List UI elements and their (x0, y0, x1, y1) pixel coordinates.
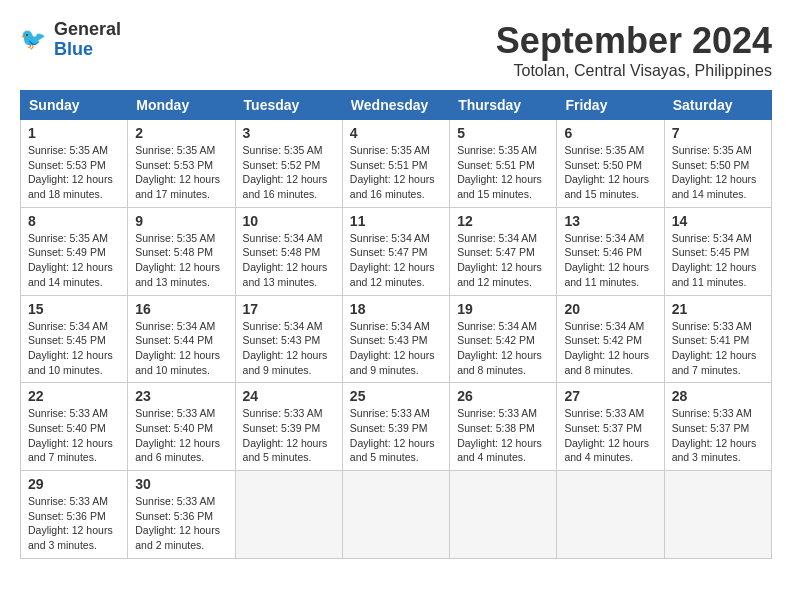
day-number: 6 (564, 125, 656, 141)
calendar-cell: 12Sunrise: 5:34 AM Sunset: 5:47 PM Dayli… (450, 207, 557, 295)
day-number: 9 (135, 213, 227, 229)
day-info: Sunrise: 5:35 AM Sunset: 5:51 PM Dayligh… (350, 143, 442, 202)
calendar-cell: 27Sunrise: 5:33 AM Sunset: 5:37 PM Dayli… (557, 383, 664, 471)
day-number: 27 (564, 388, 656, 404)
calendar-cell (664, 471, 771, 559)
col-header-thursday: Thursday (450, 91, 557, 120)
location-title: Totolan, Central Visayas, Philippines (496, 62, 772, 80)
day-number: 21 (672, 301, 764, 317)
calendar-cell: 28Sunrise: 5:33 AM Sunset: 5:37 PM Dayli… (664, 383, 771, 471)
day-number: 7 (672, 125, 764, 141)
day-info: Sunrise: 5:33 AM Sunset: 5:39 PM Dayligh… (350, 406, 442, 465)
day-number: 19 (457, 301, 549, 317)
calendar-cell: 20Sunrise: 5:34 AM Sunset: 5:42 PM Dayli… (557, 295, 664, 383)
calendar-cell (450, 471, 557, 559)
week-row-4: 29Sunrise: 5:33 AM Sunset: 5:36 PM Dayli… (21, 471, 772, 559)
day-info: Sunrise: 5:34 AM Sunset: 5:43 PM Dayligh… (243, 319, 335, 378)
day-number: 16 (135, 301, 227, 317)
day-info: Sunrise: 5:34 AM Sunset: 5:47 PM Dayligh… (457, 231, 549, 290)
calendar-cell: 23Sunrise: 5:33 AM Sunset: 5:40 PM Dayli… (128, 383, 235, 471)
col-header-friday: Friday (557, 91, 664, 120)
day-number: 3 (243, 125, 335, 141)
calendar-cell: 16Sunrise: 5:34 AM Sunset: 5:44 PM Dayli… (128, 295, 235, 383)
day-number: 20 (564, 301, 656, 317)
day-info: Sunrise: 5:35 AM Sunset: 5:49 PM Dayligh… (28, 231, 120, 290)
calendar-cell: 11Sunrise: 5:34 AM Sunset: 5:47 PM Dayli… (342, 207, 449, 295)
calendar-cell: 24Sunrise: 5:33 AM Sunset: 5:39 PM Dayli… (235, 383, 342, 471)
day-info: Sunrise: 5:35 AM Sunset: 5:50 PM Dayligh… (672, 143, 764, 202)
calendar-cell: 17Sunrise: 5:34 AM Sunset: 5:43 PM Dayli… (235, 295, 342, 383)
title-block: September 2024 Totolan, Central Visayas,… (496, 20, 772, 80)
day-info: Sunrise: 5:34 AM Sunset: 5:42 PM Dayligh… (564, 319, 656, 378)
calendar-table: SundayMondayTuesdayWednesdayThursdayFrid… (20, 90, 772, 559)
day-number: 17 (243, 301, 335, 317)
day-number: 15 (28, 301, 120, 317)
calendar-cell: 2Sunrise: 5:35 AM Sunset: 5:53 PM Daylig… (128, 120, 235, 208)
day-number: 12 (457, 213, 549, 229)
day-number: 23 (135, 388, 227, 404)
logo-text: General Blue (54, 20, 121, 60)
day-info: Sunrise: 5:35 AM Sunset: 5:48 PM Dayligh… (135, 231, 227, 290)
calendar-cell: 30Sunrise: 5:33 AM Sunset: 5:36 PM Dayli… (128, 471, 235, 559)
day-info: Sunrise: 5:34 AM Sunset: 5:45 PM Dayligh… (672, 231, 764, 290)
week-row-2: 15Sunrise: 5:34 AM Sunset: 5:45 PM Dayli… (21, 295, 772, 383)
calendar-cell: 19Sunrise: 5:34 AM Sunset: 5:42 PM Dayli… (450, 295, 557, 383)
calendar-cell: 25Sunrise: 5:33 AM Sunset: 5:39 PM Dayli… (342, 383, 449, 471)
day-info: Sunrise: 5:33 AM Sunset: 5:40 PM Dayligh… (28, 406, 120, 465)
day-number: 2 (135, 125, 227, 141)
day-info: Sunrise: 5:34 AM Sunset: 5:45 PM Dayligh… (28, 319, 120, 378)
day-info: Sunrise: 5:34 AM Sunset: 5:43 PM Dayligh… (350, 319, 442, 378)
day-number: 25 (350, 388, 442, 404)
col-header-tuesday: Tuesday (235, 91, 342, 120)
day-number: 28 (672, 388, 764, 404)
calendar-cell: 8Sunrise: 5:35 AM Sunset: 5:49 PM Daylig… (21, 207, 128, 295)
calendar-cell: 3Sunrise: 5:35 AM Sunset: 5:52 PM Daylig… (235, 120, 342, 208)
month-title: September 2024 (496, 20, 772, 62)
day-info: Sunrise: 5:34 AM Sunset: 5:47 PM Dayligh… (350, 231, 442, 290)
calendar-cell: 26Sunrise: 5:33 AM Sunset: 5:38 PM Dayli… (450, 383, 557, 471)
col-header-sunday: Sunday (21, 91, 128, 120)
calendar-cell: 4Sunrise: 5:35 AM Sunset: 5:51 PM Daylig… (342, 120, 449, 208)
week-row-3: 22Sunrise: 5:33 AM Sunset: 5:40 PM Dayli… (21, 383, 772, 471)
calendar-cell: 6Sunrise: 5:35 AM Sunset: 5:50 PM Daylig… (557, 120, 664, 208)
day-number: 1 (28, 125, 120, 141)
col-header-monday: Monday (128, 91, 235, 120)
calendar-cell: 10Sunrise: 5:34 AM Sunset: 5:48 PM Dayli… (235, 207, 342, 295)
day-number: 10 (243, 213, 335, 229)
day-number: 26 (457, 388, 549, 404)
calendar-cell: 22Sunrise: 5:33 AM Sunset: 5:40 PM Dayli… (21, 383, 128, 471)
day-info: Sunrise: 5:34 AM Sunset: 5:42 PM Dayligh… (457, 319, 549, 378)
day-number: 4 (350, 125, 442, 141)
week-row-0: 1Sunrise: 5:35 AM Sunset: 5:53 PM Daylig… (21, 120, 772, 208)
col-header-saturday: Saturday (664, 91, 771, 120)
week-row-1: 8Sunrise: 5:35 AM Sunset: 5:49 PM Daylig… (21, 207, 772, 295)
day-info: Sunrise: 5:33 AM Sunset: 5:40 PM Dayligh… (135, 406, 227, 465)
day-number: 13 (564, 213, 656, 229)
day-number: 18 (350, 301, 442, 317)
day-info: Sunrise: 5:33 AM Sunset: 5:36 PM Dayligh… (28, 494, 120, 553)
day-number: 11 (350, 213, 442, 229)
calendar-cell: 13Sunrise: 5:34 AM Sunset: 5:46 PM Dayli… (557, 207, 664, 295)
day-info: Sunrise: 5:33 AM Sunset: 5:36 PM Dayligh… (135, 494, 227, 553)
calendar-cell: 15Sunrise: 5:34 AM Sunset: 5:45 PM Dayli… (21, 295, 128, 383)
col-header-wednesday: Wednesday (342, 91, 449, 120)
page-header: 🐦 General Blue September 2024 Totolan, C… (20, 20, 772, 80)
calendar-header-row: SundayMondayTuesdayWednesdayThursdayFrid… (21, 91, 772, 120)
day-number: 14 (672, 213, 764, 229)
calendar-cell (557, 471, 664, 559)
day-info: Sunrise: 5:35 AM Sunset: 5:51 PM Dayligh… (457, 143, 549, 202)
calendar-cell (235, 471, 342, 559)
day-info: Sunrise: 5:33 AM Sunset: 5:37 PM Dayligh… (672, 406, 764, 465)
calendar-cell: 29Sunrise: 5:33 AM Sunset: 5:36 PM Dayli… (21, 471, 128, 559)
logo: 🐦 General Blue (20, 20, 121, 60)
day-info: Sunrise: 5:35 AM Sunset: 5:53 PM Dayligh… (135, 143, 227, 202)
calendar-cell: 1Sunrise: 5:35 AM Sunset: 5:53 PM Daylig… (21, 120, 128, 208)
day-number: 22 (28, 388, 120, 404)
day-number: 30 (135, 476, 227, 492)
calendar-cell (342, 471, 449, 559)
day-info: Sunrise: 5:34 AM Sunset: 5:46 PM Dayligh… (564, 231, 656, 290)
day-info: Sunrise: 5:34 AM Sunset: 5:48 PM Dayligh… (243, 231, 335, 290)
day-info: Sunrise: 5:35 AM Sunset: 5:50 PM Dayligh… (564, 143, 656, 202)
calendar-cell: 14Sunrise: 5:34 AM Sunset: 5:45 PM Dayli… (664, 207, 771, 295)
day-info: Sunrise: 5:35 AM Sunset: 5:52 PM Dayligh… (243, 143, 335, 202)
